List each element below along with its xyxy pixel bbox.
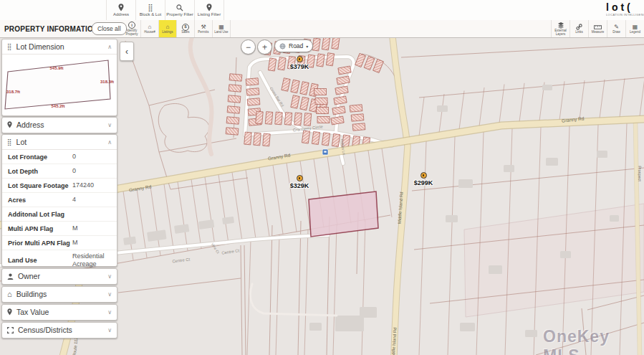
main-nav: Address ⣿ Block & Lot Property Filter Li… bbox=[106, 0, 224, 20]
field-value: 174240 bbox=[72, 181, 94, 189]
tool-label: Links bbox=[571, 30, 588, 34]
nav-label: Block & Lot bbox=[140, 12, 161, 16]
owner-panel: Owner ∨ bbox=[1, 268, 117, 285]
nav-label: Listing Filter bbox=[198, 12, 221, 16]
map-layer-tools: i Identify Property ⌂ House# ⌂ Listings … bbox=[123, 20, 231, 37]
info-icon: i bbox=[128, 22, 135, 29]
land-use-tool[interactable]: ▦ Land Use bbox=[213, 20, 231, 37]
legend-tool[interactable]: ▦ Legend bbox=[625, 20, 644, 37]
tool-label: Listings bbox=[159, 30, 176, 34]
pin-icon bbox=[206, 4, 212, 11]
close-all-button[interactable]: Close all bbox=[92, 22, 127, 35]
field-value: 4 bbox=[72, 196, 76, 203]
chevron-down-icon: ∨ bbox=[107, 327, 112, 333]
field-value: 0 bbox=[72, 167, 76, 174]
chevron-down-icon: ∨ bbox=[107, 291, 112, 298]
field-label: Acres bbox=[8, 197, 72, 204]
panel-title: Buildings bbox=[16, 290, 47, 298]
brand-subtitle: LOCATION INTELLIGENCE bbox=[606, 13, 644, 16]
road-label: Prospect bbox=[638, 166, 642, 181]
layers-icon bbox=[557, 22, 564, 29]
dim-bottom: 545.2ft bbox=[51, 104, 64, 108]
listing-pin-icon bbox=[297, 175, 303, 181]
lot-brand-logo: lot( LOCATION INTELLIGENCE bbox=[606, 1, 644, 16]
dim-top: 545.9ft bbox=[49, 66, 63, 70]
panel-title: Owner bbox=[18, 272, 40, 280]
lot-panel: ⣿ Lot ∧ Lot Frontage0 Lot Depth0 Lot Squ… bbox=[1, 134, 117, 267]
field-label: Multi APN Flag bbox=[8, 225, 72, 232]
selected-lot-polygon[interactable] bbox=[309, 191, 378, 237]
lot-row: Lot Frontage0 bbox=[2, 150, 117, 164]
chevron-left-icon: ‹ bbox=[125, 47, 128, 57]
tool-label: House# bbox=[141, 30, 158, 34]
external-layers-tool[interactable]: External Layers bbox=[551, 20, 569, 37]
address-header[interactable]: Address ∨ bbox=[2, 118, 117, 132]
house-icon: ⌂ bbox=[148, 24, 152, 30]
map-style-selector[interactable]: Road ▾ bbox=[274, 39, 313, 52]
price-label: $299K bbox=[414, 179, 433, 186]
nav-block-lot-button[interactable]: ⣿ Block & Lot bbox=[135, 0, 165, 20]
lot-row: Prior Multi APN FlagM bbox=[2, 235, 117, 250]
tool-label: Land Use bbox=[213, 30, 230, 34]
minus-icon: − bbox=[246, 42, 251, 52]
nav-address-button[interactable]: Address bbox=[106, 0, 135, 20]
tool-label: Draw bbox=[608, 30, 625, 34]
listing-pin-icon bbox=[297, 56, 303, 62]
lot-details: Lot Frontage0 Lot Depth0 Lot Square Foot… bbox=[2, 149, 117, 270]
owner-header[interactable]: Owner ∨ bbox=[2, 269, 117, 283]
tool-label: Measure bbox=[590, 30, 607, 34]
tool-label: Sales bbox=[177, 30, 194, 34]
lot-row: Lot Square Footage174240 bbox=[2, 178, 117, 192]
lot-row: Acres4 bbox=[2, 192, 117, 207]
lot-row: Additonal Lot Flag bbox=[2, 207, 117, 221]
house-number-tool[interactable]: ⌂ House# bbox=[141, 20, 159, 37]
measure-tool[interactable]: Measure bbox=[588, 20, 607, 37]
panel-title: Lot Dimension bbox=[16, 42, 64, 51]
collapse-sidebar-button[interactable]: ‹ bbox=[120, 42, 134, 61]
draw-tool[interactable]: ✎ Draw bbox=[607, 20, 625, 37]
nav-label: Property Filter bbox=[166, 12, 193, 16]
buildings-header[interactable]: ⌂ Buildings ∨ bbox=[2, 287, 117, 301]
pin-icon bbox=[7, 308, 12, 316]
sales-tool[interactable]: $ Sales bbox=[177, 20, 195, 37]
search-icon bbox=[176, 4, 183, 11]
chevron-down-icon: ∨ bbox=[107, 122, 112, 128]
lot-row: Multi APN FlagM bbox=[2, 221, 117, 235]
links-tool[interactable]: Links bbox=[569, 20, 588, 37]
pin-icon bbox=[7, 121, 12, 128]
panel-title: Address bbox=[16, 120, 44, 129]
listing-pin-icon bbox=[420, 172, 427, 179]
nav-property-filter-button[interactable]: Property Filter bbox=[165, 0, 194, 20]
expand-corners-icon bbox=[7, 327, 14, 333]
identify-property-tool[interactable]: i Identify Property bbox=[123, 20, 141, 37]
field-label: Prior Multi APN Flag bbox=[8, 240, 72, 247]
price-marker[interactable]: $379K bbox=[285, 56, 314, 70]
tax-value-header[interactable]: Tax Value ∨ bbox=[2, 305, 117, 319]
census-districts-panel: Census/Districts ∨ bbox=[1, 322, 117, 339]
panel-title: Census/Districts bbox=[18, 326, 72, 334]
link-icon bbox=[576, 24, 582, 30]
dim-right: 318.3ft bbox=[100, 80, 114, 84]
land-grid-icon: ▦ bbox=[218, 24, 224, 30]
price-marker[interactable]: $299K bbox=[409, 172, 438, 186]
price-label: $329K bbox=[290, 182, 309, 189]
grid-dots-icon: ⣿ bbox=[7, 43, 12, 50]
panel-title: Tax Value bbox=[16, 308, 49, 316]
census-districts-header[interactable]: Census/Districts ∨ bbox=[2, 323, 117, 337]
zoom-in-button[interactable]: + bbox=[257, 39, 272, 55]
listings-tool-active[interactable]: ⌂ Listings bbox=[159, 20, 177, 37]
nav-listing-filter-button[interactable]: Listing Filter bbox=[194, 0, 224, 20]
lot-dimension-header[interactable]: ⣿ Lot Dimension ∧ bbox=[2, 39, 117, 54]
ruler-icon bbox=[594, 24, 602, 30]
chevron-up-icon: ∧ bbox=[107, 139, 112, 146]
price-marker[interactable]: $329K bbox=[285, 175, 314, 189]
lot-header[interactable]: ⣿ Lot ∧ bbox=[2, 135, 117, 149]
chevron-down-icon: ▾ bbox=[306, 44, 308, 49]
permits-tool[interactable]: ⚒ Permits bbox=[195, 20, 213, 37]
field-value: M bbox=[72, 239, 78, 246]
onekey-property-map-app: { "header": { "logo": {"one": "One", "ke… bbox=[0, 0, 644, 355]
zoom-out-button[interactable]: − bbox=[241, 39, 256, 55]
panel-title: Lot bbox=[16, 138, 27, 146]
dim-left: 318.7ft bbox=[6, 90, 20, 94]
dollar-icon: $ bbox=[182, 24, 189, 31]
